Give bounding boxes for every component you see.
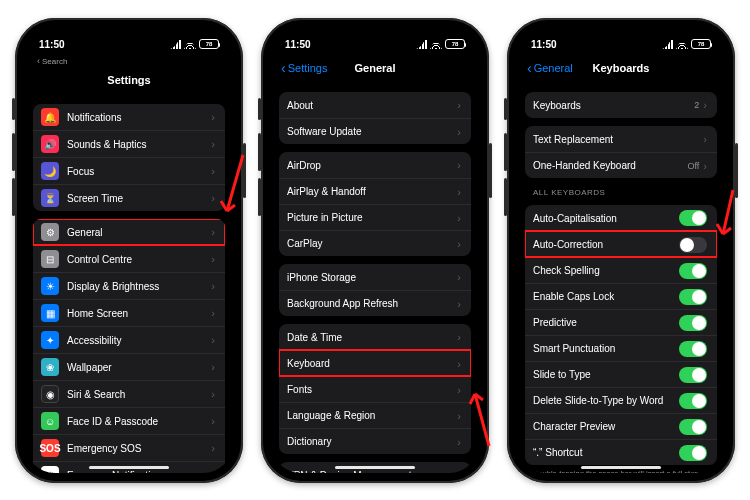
row-smartpunct[interactable]: Smart Punctuation bbox=[525, 335, 717, 361]
volume-down-button[interactable] bbox=[12, 178, 15, 216]
row-carplay[interactable]: CarPlay› bbox=[279, 230, 471, 256]
chevron-right-icon: › bbox=[457, 159, 461, 171]
siri-icon: ◉ bbox=[41, 385, 59, 403]
row-airplay[interactable]: AirPlay & Handoff› bbox=[279, 178, 471, 204]
back-button[interactable]: ‹ General bbox=[527, 56, 573, 80]
row-deleteslide[interactable]: Delete Slide-to-Type by Word bbox=[525, 387, 717, 413]
row-pip[interactable]: Picture in Picture› bbox=[279, 204, 471, 230]
row-charpreview[interactable]: Character Preview bbox=[525, 413, 717, 439]
row-predictive[interactable]: Predictive bbox=[525, 309, 717, 335]
row-autocap[interactable]: Auto-Capitalisation bbox=[525, 205, 717, 231]
chevron-right-icon: › bbox=[457, 436, 461, 448]
sidebar-item-sos[interactable]: SOS Emergency SOS › bbox=[33, 434, 225, 461]
moon-icon: 🌙 bbox=[41, 162, 59, 180]
sos-icon: SOS bbox=[41, 439, 59, 457]
notch bbox=[571, 28, 671, 50]
toggle-smartpunct[interactable] bbox=[679, 341, 707, 357]
toggle-autocap[interactable] bbox=[679, 210, 707, 226]
sidebar-item-screentime[interactable]: ⏳ Screen Time › bbox=[33, 184, 225, 211]
sidebar-item-focus[interactable]: 🌙 Focus › bbox=[33, 157, 225, 184]
chevron-right-icon: › bbox=[211, 361, 215, 373]
sidebar-item-notifications[interactable]: 🔔 Notifications › bbox=[33, 104, 225, 130]
sidebar-item-display[interactable]: ☀︎ Display & Brightness › bbox=[33, 272, 225, 299]
back-button[interactable]: ‹ Settings bbox=[281, 56, 327, 80]
chevron-right-icon: › bbox=[457, 384, 461, 396]
row-keyboard[interactable]: Keyboard› bbox=[279, 350, 471, 376]
page-title: Settings bbox=[107, 74, 150, 86]
sidebar-item-accessibility[interactable]: ✦ Accessibility › bbox=[33, 326, 225, 353]
sidebar-item-homescreen[interactable]: ▦ Home Screen › bbox=[33, 299, 225, 326]
wifi-icon bbox=[184, 39, 196, 49]
home-indicator[interactable] bbox=[89, 466, 169, 469]
row-softwareupdate[interactable]: Software Update› bbox=[279, 118, 471, 144]
power-button[interactable] bbox=[243, 143, 246, 198]
chevron-right-icon: › bbox=[457, 186, 461, 198]
bell-icon: 🔔 bbox=[41, 108, 59, 126]
mute-switch[interactable] bbox=[258, 98, 261, 120]
home-indicator[interactable] bbox=[335, 466, 415, 469]
row-fonts[interactable]: Fonts› bbox=[279, 376, 471, 402]
volume-down-button[interactable] bbox=[504, 178, 507, 216]
sidebar-item-faceid[interactable]: ☺︎ Face ID & Passcode › bbox=[33, 407, 225, 434]
row-about[interactable]: About› bbox=[279, 92, 471, 118]
row-keyboards[interactable]: Keyboards 2 › bbox=[525, 92, 717, 118]
row-slidetotype[interactable]: Slide to Type bbox=[525, 361, 717, 387]
chevron-right-icon: › bbox=[211, 334, 215, 346]
sidebar-item-sounds[interactable]: 🔊 Sounds & Haptics › bbox=[33, 130, 225, 157]
mute-switch[interactable] bbox=[504, 98, 507, 120]
volume-up-button[interactable] bbox=[258, 133, 261, 171]
row-airdrop[interactable]: AirDrop› bbox=[279, 152, 471, 178]
switches-icon: ⊟ bbox=[41, 250, 59, 268]
chevron-right-icon: › bbox=[703, 99, 707, 111]
row-iphonestorage[interactable]: iPhone Storage› bbox=[279, 264, 471, 290]
group-header-allkeyboards: ALL KEYBOARDS bbox=[533, 188, 709, 197]
phone-settings: 11:50 78 ‹ Search Settings 🔔 Notificatio… bbox=[15, 18, 243, 483]
toggle-shortcut[interactable] bbox=[679, 445, 707, 461]
row-dictionary[interactable]: Dictionary› bbox=[279, 428, 471, 454]
settings-group-1: 🔔 Notifications › 🔊 Sounds & Haptics › 🌙… bbox=[33, 104, 225, 211]
toggle-slidetotype[interactable] bbox=[679, 367, 707, 383]
notch bbox=[325, 28, 425, 50]
status-time: 11:50 bbox=[285, 39, 311, 50]
row-shortcut[interactable]: “.” Shortcut bbox=[525, 439, 717, 465]
toggle-capslock[interactable] bbox=[679, 289, 707, 305]
page-title: Keyboards bbox=[593, 62, 650, 74]
status-time: 11:50 bbox=[531, 39, 557, 50]
toggle-charpreview[interactable] bbox=[679, 419, 707, 435]
hourglass-icon: ⏳ bbox=[41, 189, 59, 207]
chevron-right-icon: › bbox=[457, 469, 461, 473]
row-autocorrect[interactable]: Auto-Correction bbox=[525, 231, 717, 257]
toggle-autocorrect[interactable] bbox=[679, 237, 707, 253]
power-button[interactable] bbox=[489, 143, 492, 198]
volume-up-button[interactable] bbox=[504, 133, 507, 171]
mute-switch[interactable] bbox=[12, 98, 15, 120]
chevron-right-icon: › bbox=[457, 238, 461, 250]
sidebar-item-wallpaper[interactable]: ❀ Wallpaper › bbox=[33, 353, 225, 380]
row-datetime[interactable]: Date & Time› bbox=[279, 324, 471, 350]
toggle-predictive[interactable] bbox=[679, 315, 707, 331]
volume-down-button[interactable] bbox=[258, 178, 261, 216]
chevron-right-icon: › bbox=[211, 253, 215, 265]
toggle-checkspelling[interactable] bbox=[679, 263, 707, 279]
chevron-right-icon: › bbox=[457, 212, 461, 224]
row-textreplacement[interactable]: Text Replacement › bbox=[525, 126, 717, 152]
nav-header: ‹ Settings General bbox=[271, 56, 479, 80]
row-language[interactable]: Language & Region› bbox=[279, 402, 471, 428]
chevron-right-icon: › bbox=[211, 415, 215, 427]
chevron-right-icon: › bbox=[211, 192, 215, 204]
row-onehanded[interactable]: One-Handed Keyboard Off › bbox=[525, 152, 717, 178]
sidebar-item-controlcentre[interactable]: ⊟ Control Centre › bbox=[33, 245, 225, 272]
home-indicator[interactable] bbox=[581, 466, 661, 469]
sidebar-item-siri[interactable]: ◉ Siri & Search › bbox=[33, 380, 225, 407]
toggle-deleteslide[interactable] bbox=[679, 393, 707, 409]
power-button[interactable] bbox=[735, 143, 738, 198]
back-search-row[interactable]: ‹ Search bbox=[25, 56, 233, 68]
row-capslock[interactable]: Enable Caps Lock bbox=[525, 283, 717, 309]
chevron-right-icon: › bbox=[211, 388, 215, 400]
row-checkspelling[interactable]: Check Spelling bbox=[525, 257, 717, 283]
sidebar-item-general[interactable]: ⚙︎ General › bbox=[33, 219, 225, 245]
speaker-icon: 🔊 bbox=[41, 135, 59, 153]
volume-up-button[interactable] bbox=[12, 133, 15, 171]
row-bgrefresh[interactable]: Background App Refresh› bbox=[279, 290, 471, 316]
chevron-right-icon: › bbox=[211, 226, 215, 238]
